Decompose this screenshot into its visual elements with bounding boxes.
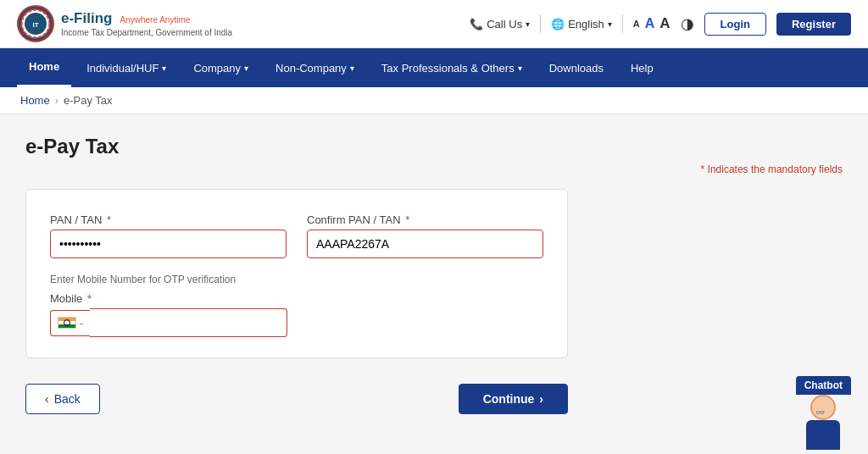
login-button[interactable]: Login	[704, 13, 766, 36]
page-title: e-Pay Tax	[25, 135, 843, 158]
pan-row: PAN / TAN * Confirm PAN / TAN *	[50, 213, 543, 258]
logo-efiling: e-Filing Anywhere Anytime	[61, 9, 232, 28]
back-chevron-icon: ‹	[45, 392, 49, 406]
site-header: IT e-Filing Anywhere Anytime Income Tax …	[0, 0, 868, 48]
header-controls: 📞 Call Us ▾ 🌐 English ▾ A A A ◑ Login Re…	[470, 13, 851, 36]
chatbot-head: 👓	[810, 395, 836, 420]
confirm-pan-group: Confirm PAN / TAN *	[307, 213, 543, 258]
logo-area: IT e-Filing Anywhere Anytime Income Tax …	[17, 5, 232, 42]
country-code-dash: -	[80, 317, 83, 329]
mobile-label: Mobile *	[50, 292, 287, 305]
mobile-row: -	[50, 308, 287, 337]
mobile-required-star: *	[84, 292, 92, 305]
lang-chevron-icon: ▾	[608, 19, 612, 29]
logo-text: e-Filing Anywhere Anytime Income Tax Dep…	[61, 9, 232, 38]
contrast-toggle-button[interactable]: ◑	[681, 14, 694, 33]
call-us-button[interactable]: 📞 Call Us ▾	[470, 18, 530, 30]
nav-tax-professionals-chevron: ▾	[518, 64, 522, 73]
breadcrumb: Home › e-Pay Tax	[0, 87, 868, 114]
confirm-pan-required-star: *	[403, 213, 410, 226]
globe-icon: 🌐	[551, 18, 565, 30]
nav-tax-professionals[interactable]: Tax Professionals & Others ▾	[370, 50, 534, 86]
nav-non-company[interactable]: Non-Company ▾	[264, 50, 366, 86]
logo-subtitle: Income Tax Department, Government of Ind…	[61, 28, 232, 38]
nav-home[interactable]: Home	[17, 48, 71, 87]
country-selector[interactable]: -	[50, 310, 90, 336]
nav-downloads[interactable]: Downloads	[537, 50, 615, 86]
main-content: e-Pay Tax * Indicates the mandatory fiel…	[0, 114, 868, 435]
nav-help[interactable]: Help	[619, 50, 665, 86]
font-small-button[interactable]: A	[633, 19, 640, 29]
chatbot-widget[interactable]: Chatbot 👓	[796, 376, 851, 435]
confirm-pan-label: Confirm PAN / TAN *	[307, 213, 543, 226]
pan-label: PAN / TAN *	[50, 213, 287, 226]
continue-chevron-icon: ›	[539, 392, 543, 406]
font-medium-button[interactable]: A	[645, 16, 655, 31]
language-selector[interactable]: 🌐 English ▾	[551, 18, 612, 30]
header-divider-1	[540, 14, 541, 33]
pan-input[interactable]	[50, 230, 287, 258]
india-flag	[58, 317, 76, 329]
font-controls: A A A	[633, 15, 670, 32]
form-card: PAN / TAN * Confirm PAN / TAN * Enter Mo…	[25, 189, 568, 358]
svg-text:IT: IT	[32, 21, 38, 29]
mobile-group: Mobile * -	[50, 292, 287, 337]
breadcrumb-home[interactable]: Home	[20, 94, 50, 107]
main-nav: Home Individual/HUF ▾ Company ▾ Non-Comp…	[0, 48, 868, 87]
logo-emblem: IT	[17, 5, 54, 42]
buttons-row: ‹ Back Continue ›	[25, 384, 568, 414]
pan-group: PAN / TAN *	[50, 213, 287, 258]
chatbot-label: Chatbot	[796, 376, 851, 395]
back-button[interactable]: ‹ Back	[25, 384, 100, 414]
confirm-pan-input[interactable]	[307, 230, 543, 258]
breadcrumb-current: e-Pay Tax	[64, 94, 113, 107]
nav-company[interactable]: Company ▾	[181, 50, 260, 86]
nav-individual-huf[interactable]: Individual/HUF ▾	[75, 50, 178, 86]
call-chevron-icon: ▾	[526, 19, 530, 29]
mobile-input[interactable]	[90, 308, 287, 337]
font-large-button[interactable]: A	[659, 15, 670, 32]
mandatory-note: * Indicates the mandatory fields	[25, 163, 843, 175]
header-divider-2	[622, 14, 623, 33]
chatbot-figure: 👓	[800, 395, 847, 435]
nav-individual-chevron: ▾	[162, 64, 166, 73]
breadcrumb-separator: ›	[55, 94, 58, 107]
chatbot-body	[806, 420, 840, 435]
nav-company-chevron: ▾	[244, 64, 248, 73]
otp-note: Enter Mobile Number for OTP verification	[50, 274, 543, 285]
pan-required-star: *	[103, 213, 111, 226]
chatbot-glasses-icon: 👓	[815, 408, 825, 417]
phone-icon: 📞	[470, 18, 483, 30]
nav-non-company-chevron: ▾	[350, 64, 354, 73]
register-button[interactable]: Register	[776, 13, 851, 36]
continue-button[interactable]: Continue ›	[459, 384, 568, 414]
